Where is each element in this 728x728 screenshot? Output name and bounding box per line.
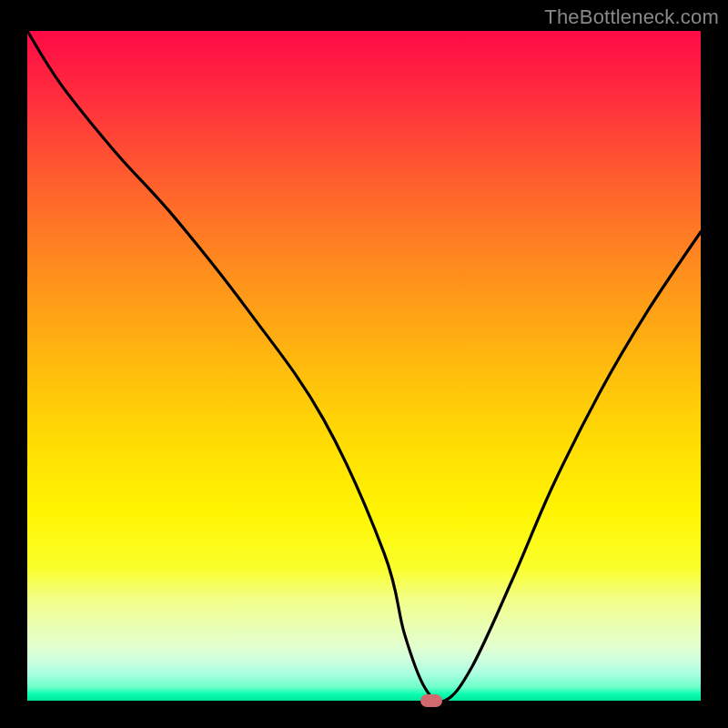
- optimum-marker: [420, 694, 442, 707]
- plot-area: [27, 31, 701, 701]
- chart-frame: TheBottleneck.com: [0, 0, 728, 728]
- bottleneck-curve: [27, 31, 701, 701]
- attribution-text: TheBottleneck.com: [544, 2, 728, 29]
- header: TheBottleneck.com: [0, 0, 728, 31]
- curve-layer: [27, 31, 701, 701]
